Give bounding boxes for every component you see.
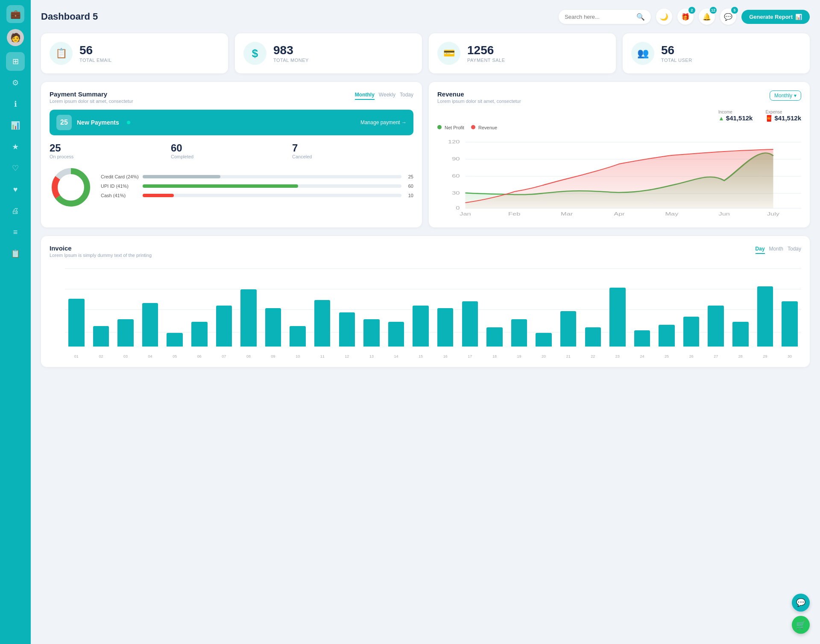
invoice-bar-label: 18: [483, 354, 506, 358]
chat-button[interactable]: 💬 5: [720, 9, 736, 25]
sidebar-item-heart-outline[interactable]: ♡: [6, 159, 25, 178]
bar-track-upi: [143, 184, 401, 188]
sidebar-item-star[interactable]: ★: [6, 137, 25, 156]
tab-today-invoice[interactable]: Today: [788, 245, 801, 254]
invoice-bar-group: [311, 265, 334, 347]
revenue-area-chart: 0 30 60 90 120: [437, 134, 801, 219]
tab-monthly[interactable]: Monthly: [355, 90, 375, 100]
stat-card-payment: 💳 1256 PAYMENT SALE: [429, 33, 616, 73]
invoice-bar-group: [65, 265, 88, 347]
money-stat-num: 983: [273, 44, 309, 57]
invoice-bar[interactable]: [363, 319, 380, 347]
invoice-bar[interactable]: [117, 319, 134, 347]
search-input[interactable]: [565, 14, 633, 20]
invoice-bar-group: [163, 265, 186, 347]
invoice-bar[interactable]: [142, 303, 158, 347]
invoice-section: Invoice Lorem Ipsum is simply dummy text…: [41, 236, 810, 367]
sidebar-item-settings[interactable]: ⚙: [6, 73, 25, 92]
cart-fab[interactable]: 🛒: [792, 616, 810, 634]
invoice-bar[interactable]: [216, 306, 232, 347]
avatar[interactable]: 🧑: [7, 29, 24, 46]
invoice-bar-group: [581, 265, 604, 347]
tab-weekly[interactable]: Weekly: [379, 90, 395, 100]
revenue-dot: [471, 125, 475, 129]
invoice-bar[interactable]: [757, 286, 773, 347]
manage-payment-link[interactable]: Manage payment →: [360, 119, 407, 125]
search-box[interactable]: 🔍: [559, 10, 651, 24]
invoice-bar[interactable]: [265, 308, 281, 347]
list-icon: 📋: [11, 249, 20, 258]
invoice-bar[interactable]: [290, 326, 306, 347]
invoice-bar[interactable]: [167, 333, 183, 347]
invoice-bar[interactable]: [437, 308, 454, 347]
bar-fill-cash: [143, 194, 174, 197]
main-content: Dashboard 5 🔍 🌙 🎁 2 🔔 12 💬 5 Gen: [31, 0, 820, 644]
invoice-bar[interactable]: [782, 301, 798, 347]
invoice-bar-label: 29: [754, 354, 777, 358]
invoice-bar[interactable]: [511, 319, 527, 347]
invoice-bar[interactable]: [388, 322, 404, 347]
invoice-subtitle: Lorem Ipsum is simply dummy text of the …: [50, 253, 152, 258]
invoice-bar-group: [360, 265, 383, 347]
invoice-bar-label: 25: [655, 354, 678, 358]
sidebar-item-list[interactable]: 📋: [6, 244, 25, 263]
revenue-legend: Net Profit Revenue: [437, 125, 801, 130]
invoice-bar[interactable]: [68, 299, 85, 347]
chat-icon: 💬: [724, 13, 732, 21]
invoice-bar[interactable]: [240, 289, 257, 347]
sidebar-item-menu[interactable]: ≡: [6, 223, 25, 242]
payment-stat-icon: 💳: [437, 42, 460, 65]
invoice-bar-group: [336, 265, 359, 347]
svg-text:0: 0: [456, 206, 460, 210]
svg-text:July: July: [767, 212, 779, 216]
sidebar-item-print[interactable]: 🖨: [6, 201, 25, 220]
invoice-bar-label: 07: [213, 354, 236, 358]
support-fab[interactable]: 💬: [792, 594, 810, 612]
dashboard-icon: ⊞: [12, 57, 19, 66]
revenue-monthly-dropdown[interactable]: Monthly ▾: [770, 90, 801, 101]
sidebar-item-dashboard[interactable]: ⊞: [6, 52, 25, 71]
bar-row-creditcard: Credit Card (24%) 25: [101, 174, 413, 179]
invoice-bar[interactable]: [462, 301, 478, 347]
invoice-bar[interactable]: [609, 288, 626, 347]
invoice-bar[interactable]: [486, 327, 503, 347]
invoice-bar-group: [237, 265, 260, 347]
logo-icon: 💼: [10, 9, 21, 19]
dark-mode-button[interactable]: 🌙: [656, 9, 672, 25]
invoice-bar-group: [631, 265, 654, 347]
revenue-header: Revenue Lorem ipsum dolor sit amet, cons…: [437, 90, 801, 104]
tab-today[interactable]: Today: [400, 90, 413, 100]
invoice-bar[interactable]: [413, 306, 429, 347]
sidebar-item-chart[interactable]: 📊: [6, 116, 25, 135]
svg-text:120: 120: [448, 140, 460, 144]
gift-button[interactable]: 🎁 2: [677, 9, 694, 25]
invoice-bar[interactable]: [560, 311, 577, 347]
bell-button[interactable]: 🔔 12: [699, 9, 715, 25]
tab-day[interactable]: Day: [756, 245, 765, 254]
sidebar-item-info[interactable]: ℹ: [6, 95, 25, 114]
invoice-bar[interactable]: [634, 330, 650, 347]
invoice-bar[interactable]: [536, 333, 552, 347]
income-value: $41,512k: [726, 114, 753, 122]
invoice-bar[interactable]: [339, 312, 355, 347]
invoice-bar[interactable]: [585, 327, 601, 347]
gift-icon: 🎁: [681, 13, 690, 21]
chevron-down-icon: ▾: [794, 93, 797, 99]
invoice-bar-group: [532, 265, 555, 347]
bar-label-cash: Cash (41%): [101, 193, 139, 198]
invoice-bar[interactable]: [683, 317, 700, 347]
tab-month[interactable]: Month: [769, 245, 783, 254]
invoice-bar-label: 17: [459, 354, 482, 358]
invoice-bar[interactable]: [659, 325, 675, 347]
invoice-bar-group: [508, 265, 531, 347]
sidebar-item-heart[interactable]: ♥: [6, 180, 25, 199]
income-label: Income: [718, 110, 753, 114]
sidebar-logo[interactable]: 💼: [6, 5, 24, 23]
generate-report-button[interactable]: Generate Report 📊: [741, 10, 810, 24]
invoice-bar[interactable]: [708, 306, 724, 347]
invoice-bar[interactable]: [191, 322, 208, 347]
invoice-bar[interactable]: [93, 326, 109, 347]
user-stat-num: 56: [661, 44, 692, 57]
invoice-bar[interactable]: [732, 322, 749, 347]
invoice-bar[interactable]: [314, 300, 331, 347]
